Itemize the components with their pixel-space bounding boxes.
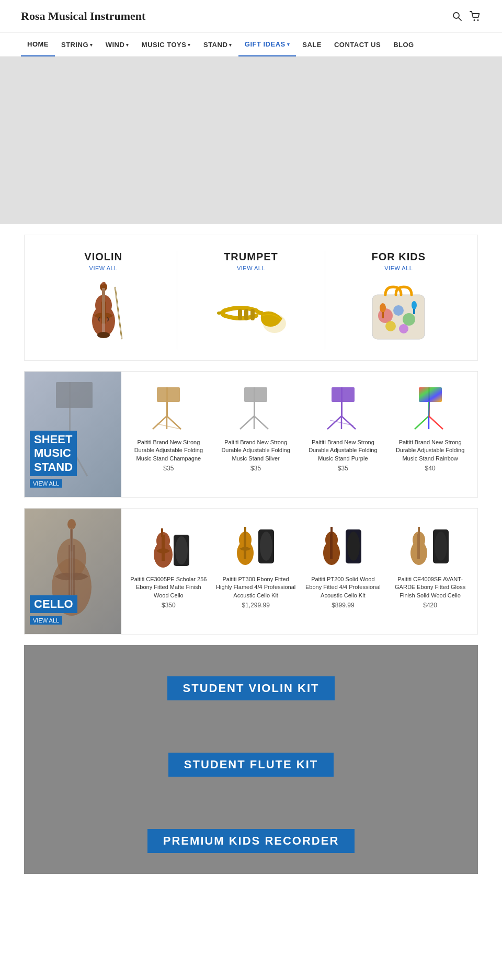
cello-price-1: $350 [162, 602, 176, 609]
trumpet-viewall[interactable]: VIEW ALL [237, 265, 265, 271]
product-name-2: Paititi Brand New Strong Durable Adjusta… [216, 439, 296, 463]
trumpet-title: TRUMPET [224, 251, 278, 263]
trumpet-image [207, 276, 295, 350]
stand-banner: SHEETMUSICSTAND VIEW ALL [25, 372, 121, 497]
cello-name-1: Paititi CE3005PE Scholar 256 Ebony Fitte… [129, 575, 209, 599]
header: Rosa Musical Instrument [0, 0, 502, 33]
nav-item-string[interactable]: STRING ▾ [55, 33, 99, 56]
svg-point-24 [385, 321, 396, 331]
cello-name-4: Paititi CE4009SE AVANT-GARDE Ebony Fitte… [390, 575, 470, 599]
cello-price-2: $1,299.99 [242, 602, 269, 609]
nav-item-blog[interactable]: BLOG [387, 33, 420, 56]
product-cello-3: Paititi PT200 Solid Wood Ebony Fitted 4/… [301, 516, 385, 612]
svg-rect-16 [238, 309, 242, 320]
svg-rect-36 [157, 387, 180, 402]
svg-point-61 [67, 519, 76, 529]
cello-products: Paititi CE3005PE Scholar 256 Ebony Fitte… [121, 509, 477, 634]
svg-rect-42 [244, 387, 267, 402]
violin-title: VIOLIN [84, 251, 122, 263]
svg-rect-67 [161, 528, 163, 537]
svg-point-3 [477, 19, 479, 21]
nav-item-wind[interactable]: WIND ▾ [99, 33, 135, 56]
stand-viewall[interactable]: VIEW ALL [30, 479, 62, 488]
product-stand-3: Paititi Brand New Strong Durable Adjusta… [301, 379, 385, 475]
cat-divider-2 [325, 251, 325, 350]
svg-rect-80 [330, 534, 333, 559]
svg-rect-53 [419, 387, 442, 402]
hero-banner [0, 57, 502, 224]
svg-line-54 [415, 416, 429, 429]
svg-point-25 [399, 324, 408, 333]
nav-item-sale[interactable]: SALE [296, 33, 328, 56]
nav-item-home[interactable]: HOME [21, 33, 55, 56]
promo-section: STUDENT VIOLIN KIT STUDENT FLUTE KIT PRE… [24, 645, 478, 874]
svg-rect-18 [250, 309, 255, 320]
kids-image [354, 276, 443, 350]
product-price-1: $35 [163, 465, 174, 472]
cello-name-2: Paititi PT300 Ebony Fitted Highly Flamed… [216, 575, 296, 599]
brand-name: Rosa Musical Instrument [21, 9, 145, 23]
cello-thumb-1 [140, 519, 197, 571]
product-price-3: $35 [338, 465, 348, 472]
svg-point-2 [474, 19, 475, 21]
svg-rect-86 [417, 534, 420, 559]
cello-thumb-3 [314, 519, 372, 571]
svg-line-14 [115, 287, 122, 339]
svg-line-56 [429, 416, 443, 429]
svg-rect-74 [244, 534, 246, 559]
product-cello-4: Paititi CE4009SE AVANT-GARDE Ebony Fitte… [388, 516, 472, 612]
product-cello-2: Paititi PT300 Ebony Fitted Highly Flamed… [214, 516, 298, 612]
cello-name-3: Paititi PT200 Solid Wood Ebony Fitted 4/… [303, 575, 383, 599]
svg-rect-27 [382, 312, 384, 318]
svg-line-45 [254, 416, 268, 429]
svg-point-23 [403, 313, 415, 326]
nav-item-stand[interactable]: STAND ▾ [197, 33, 238, 56]
cart-icon[interactable] [470, 11, 481, 21]
violin-viewall[interactable]: VIEW ALL [89, 265, 118, 271]
header-icons [452, 11, 481, 21]
svg-point-69 [175, 536, 188, 564]
search-icon[interactable] [452, 11, 462, 21]
product-thumb-4 [402, 382, 459, 434]
svg-rect-31 [56, 382, 93, 408]
cat-divider-1 [177, 251, 177, 350]
kids-viewall[interactable]: VIEW ALL [384, 265, 413, 271]
cello-viewall[interactable]: VIEW ALL [30, 616, 62, 625]
nav-item-contact[interactable]: CONTACT US [328, 33, 387, 56]
nav-item-music-toys[interactable]: MUSIC TOYS ▾ [135, 33, 197, 56]
nav-item-gift-ideas[interactable]: GIFT IDEAS ▾ [238, 33, 296, 56]
product-stand-2: Paititi Brand New Strong Durable Adjusta… [214, 379, 298, 475]
stand-section: SHEETMUSICSTAND VIEW ALL Paititi Brand N… [24, 371, 478, 498]
promo-label-2: STUDENT FLUTE KIT [168, 753, 334, 777]
product-price-4: $40 [425, 465, 436, 472]
product-thumb-3 [314, 382, 372, 434]
caret-string: ▾ [90, 42, 93, 48]
caret-music-toys: ▾ [188, 42, 191, 48]
svg-rect-29 [413, 309, 415, 314]
caret-wind: ▾ [126, 42, 129, 48]
product-name-3: Paititi Brand New Strong Durable Adjusta… [303, 439, 383, 463]
product-thumb-2 [227, 382, 284, 434]
svg-rect-66 [162, 535, 165, 561]
cello-thumb-4 [402, 519, 459, 571]
svg-rect-59 [69, 545, 75, 595]
product-stand-4: Paititi Brand New Strong Durable Adjusta… [388, 379, 472, 475]
cello-price-4: $420 [423, 602, 437, 609]
promo-label-1: STUDENT VIOLIN KIT [167, 676, 335, 700]
stand-products: Paititi Brand New Strong Durable Adjusta… [121, 372, 477, 497]
product-stand-1: Paititi Brand New Strong Durable Adjusta… [127, 379, 211, 475]
category-kids: FOR KIDS VIEW ALL [330, 251, 467, 350]
violin-image [59, 276, 148, 350]
svg-point-28 [412, 301, 417, 309]
caret-stand: ▾ [229, 42, 232, 48]
svg-line-43 [240, 416, 254, 429]
promo-label-3: PREMIUM KIDS RECORDER [147, 829, 355, 853]
product-name-1: Paititi Brand New Strong Durable Adjusta… [129, 439, 209, 463]
category-violin: VIOLIN VIEW ALL [35, 251, 172, 350]
cello-price-3: $899.99 [332, 602, 354, 609]
cello-banner: CELLO VIEW ALL [25, 509, 121, 634]
category-section: VIOLIN VIEW ALL [24, 235, 478, 361]
svg-line-1 [459, 18, 462, 21]
product-thumb-1 [140, 382, 197, 434]
svg-rect-87 [418, 527, 420, 535]
